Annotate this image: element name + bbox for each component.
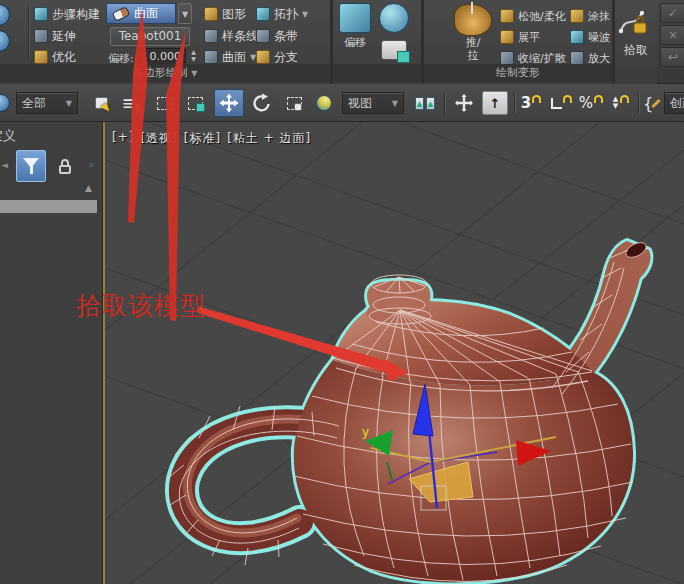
scene-explorer-panel: 定义 ◄ » ▲: [0, 122, 103, 584]
named-selection-field[interactable]: 创建选择集: [664, 92, 684, 114]
scale-tool[interactable]: [280, 90, 308, 116]
snap-3d-icon: 3: [521, 94, 531, 112]
angle-snap-icon: [551, 98, 562, 109]
offset-big-icon[interactable]: [339, 3, 371, 33]
scene-icon[interactable]: [0, 90, 10, 116]
panel-header-strip: [0, 200, 97, 213]
collapse-up-icon[interactable]: ▲: [85, 183, 92, 193]
rect-region-icon: [157, 97, 172, 110]
sphere-icon[interactable]: [0, 30, 10, 52]
rotate-tool[interactable]: [248, 90, 276, 116]
shapes-button[interactable]: 图形: [204, 4, 246, 24]
lock-button[interactable]: [52, 152, 78, 180]
pivot-icon: ▲: [426, 97, 435, 110]
use-pivot-center-button[interactable]: ▲ ▲: [410, 90, 440, 116]
magnet-icon: [620, 95, 629, 103]
surface-tool-icon: [204, 50, 218, 64]
cancel-button[interactable]: ×: [660, 25, 684, 45]
chevron-down-icon: ▼: [302, 10, 308, 19]
offset-big-label[interactable]: 偏移: [333, 35, 377, 50]
selection-filter-dropdown[interactable]: 全部 ▼: [16, 92, 78, 114]
panel-title: 定义: [0, 127, 16, 145]
undo-button[interactable]: ↩: [660, 47, 684, 67]
spinner-down-icon[interactable]: ▼: [188, 55, 199, 62]
noise-icon: [570, 30, 584, 44]
offset-spinner[interactable]: ▲ ▼: [188, 48, 199, 62]
select-object-tool[interactable]: [88, 90, 116, 116]
confirm-button[interactable]: ✓: [660, 3, 684, 23]
viewport-menu-renderer[interactable]: [标准]: [184, 130, 221, 147]
panel-pick: 拾取: [615, 0, 657, 84]
reference-coordsys-dropdown[interactable]: 视图 ▼: [342, 92, 404, 114]
topology-button[interactable]: 拓扑 ▼: [256, 4, 308, 24]
spinner-snap-icon: ▲▼: [613, 96, 618, 110]
snap-3d-toggle[interactable]: 3: [518, 90, 544, 116]
rect-selection-region-tool[interactable]: [150, 90, 178, 116]
place-icon: [316, 95, 332, 111]
splines-button[interactable]: 样条线: [204, 26, 258, 46]
extend-button[interactable]: 延伸: [34, 26, 76, 46]
percent-snap-icon: %: [579, 94, 593, 112]
layers-icon[interactable]: [381, 40, 407, 60]
sphere-icon[interactable]: [0, 4, 10, 26]
manipulate-cross-icon: [455, 94, 473, 112]
funnel-stem: [30, 166, 33, 174]
filter-button[interactable]: [16, 150, 46, 182]
window-crossing-tool[interactable]: [182, 90, 210, 116]
offset-value-field[interactable]: 0.000: [138, 48, 186, 65]
magnet-icon: [563, 95, 572, 103]
angle-snap-toggle[interactable]: [548, 90, 574, 116]
branches-icon: [256, 50, 270, 64]
step-build-button[interactable]: 步骤构建: [34, 4, 100, 24]
viewport-menu-pov[interactable]: [透视]: [140, 130, 177, 147]
up-arrow-icon: ↑: [490, 96, 501, 111]
confirm-icon: ✓: [668, 6, 678, 20]
strips-icon: [256, 29, 270, 43]
select-by-name-tool[interactable]: ≡: [118, 90, 146, 116]
viewport-menu-general[interactable]: [+]: [112, 130, 134, 147]
surface-dropdown-arrow[interactable]: ▼: [178, 3, 192, 24]
push-pull-button[interactable]: 推/ 拉: [454, 36, 492, 62]
relax-button[interactable]: 松弛/柔化: [500, 6, 566, 26]
pick-button[interactable]: 拾取: [615, 42, 657, 59]
surface-mode-button[interactable]: 曲面: [106, 3, 176, 24]
magnet-icon: [594, 95, 603, 103]
step-build-icon: [34, 7, 48, 21]
smudge-button[interactable]: 涂抹: [570, 6, 610, 26]
toolbar-separator: [638, 92, 639, 114]
noise-button[interactable]: 噪波: [570, 27, 610, 47]
spinner-snap-toggle[interactable]: ▲▼: [608, 90, 634, 116]
flatten-button[interactable]: 展平: [500, 27, 540, 47]
strips-button[interactable]: 条带: [256, 26, 298, 46]
percent-snap-toggle[interactable]: %: [578, 90, 604, 116]
spinner-up-icon[interactable]: ▲: [188, 48, 199, 55]
chevron-down-icon: ▼: [392, 99, 398, 108]
magnet-icon: [532, 95, 541, 103]
rotate-region-icon[interactable]: [379, 3, 409, 33]
extend-label: 延伸: [52, 28, 76, 45]
extend-icon: [34, 29, 48, 43]
optimize-label: 优化: [52, 49, 76, 66]
perspective-viewport[interactable]: y [+] [透视] [标准] [粘土 + 边面]: [103, 122, 684, 584]
polydraw-panel-label[interactable]: 多边形绘制 ▼: [0, 64, 330, 82]
pick-object-button[interactable]: Teapot001: [110, 27, 190, 46]
flatten-icon: [500, 30, 514, 44]
select-place-tool[interactable]: [310, 90, 338, 116]
cancel-icon: ×: [668, 28, 678, 42]
push-pull-icon[interactable]: [454, 4, 492, 36]
surface-mode-label: 曲面: [134, 5, 158, 22]
viewport-menu-shading[interactable]: [粘土 + 边面]: [227, 130, 311, 147]
divider: [28, 4, 29, 60]
pivot-icon: ▲: [415, 97, 424, 110]
select-manipulate-tool[interactable]: [450, 90, 478, 116]
up-level-button[interactable]: ↑: [482, 91, 508, 115]
pick-curve-lock-icon[interactable]: [618, 5, 654, 39]
move-tool[interactable]: [214, 89, 244, 117]
viewport-label: [+] [透视] [标准] [粘土 + 边面]: [112, 130, 311, 147]
collapse-left-icon[interactable]: ◄: [1, 160, 8, 170]
edit-selection-set-button[interactable]: {: [641, 90, 663, 116]
relax-icon: [500, 9, 514, 23]
paint-deform-panel-label[interactable]: 绘制变形: [424, 64, 612, 82]
expand-right-icon[interactable]: »: [88, 158, 95, 171]
toolbar-separator: [444, 92, 445, 114]
